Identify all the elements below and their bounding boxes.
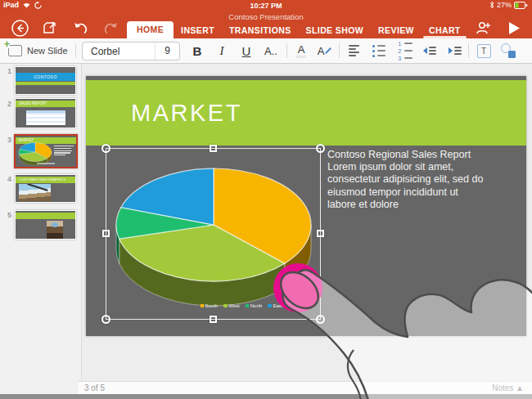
thumbnail-slide-2[interactable]: SALES REPORT — [15, 98, 76, 128]
character-formatting-button[interactable]: A.. — [260, 38, 282, 63]
save-share-icon[interactable] — [40, 18, 60, 38]
slide-number: 2 — [2, 100, 11, 108]
bottom-strip — [0, 394, 532, 399]
status-bar: iPad 10:27 PM 27% — [0, 0, 532, 11]
formatting-toolbar: New Slide Corbel 9 B I U A.. A A 1 2 3 — [0, 38, 532, 64]
indent-button[interactable] — [444, 38, 466, 63]
slide-number: 4 — [2, 175, 11, 183]
text-effects-button[interactable]: A — [314, 38, 336, 63]
battery-percent: 27% — [497, 1, 512, 9]
ribbon: Contoso Presentation — [0, 11, 532, 38]
resize-handle-left[interactable] — [102, 230, 110, 237]
align-button[interactable] — [344, 38, 363, 63]
battery-icon — [514, 2, 528, 9]
font-name-value[interactable]: Corbel — [83, 46, 155, 57]
tab-slide-show[interactable]: SLIDE SHOW — [299, 22, 372, 38]
slide-number: 5 — [2, 211, 11, 219]
slide-thumbnail-panel: 1 CONTOSO 2 SALES REPORT 3 MARKET 4 CUST… — [0, 64, 82, 394]
tab-home[interactable]: HOME — [127, 21, 174, 38]
thumbnail-photo-person — [47, 221, 63, 239]
shapes-button[interactable] — [498, 38, 519, 63]
bold-button[interactable]: B — [187, 38, 208, 63]
thumbnail-photo-airplane — [19, 184, 51, 201]
pen-icon — [324, 47, 332, 55]
notes-toggle[interactable]: Notes ▲ — [492, 383, 524, 392]
textbox-button[interactable]: T — [473, 38, 494, 63]
outdent-button[interactable] — [419, 38, 440, 63]
back-button[interactable] — [10, 18, 29, 38]
new-slide-icon — [8, 45, 22, 56]
chart-selection-frame[interactable] — [106, 148, 321, 320]
resize-handle-bottom[interactable] — [210, 316, 217, 323]
redo-button[interactable] — [101, 18, 120, 38]
shapes-icon — [501, 43, 516, 58]
share-people-button[interactable] — [473, 18, 493, 38]
resize-handle-right[interactable] — [317, 230, 324, 237]
footer-bar: 3 of 5 Notes ▲ — [78, 381, 532, 394]
numbering-button[interactable]: 1 2 3 — [394, 38, 416, 63]
font-color-button[interactable]: A — [291, 38, 311, 63]
page-indicator: 3 of 5 — [84, 383, 105, 392]
resize-handle-top-right[interactable] — [316, 144, 325, 153]
resize-handle-top-left[interactable] — [101, 144, 110, 153]
bluetooth-icon — [489, 1, 494, 9]
undo-button[interactable] — [70, 18, 90, 38]
resize-handle-bottom-right[interactable] — [316, 315, 325, 324]
slide-number: 1 — [2, 67, 11, 75]
ribbon-tabs: HOME INSERT TRANSITIONS SLIDE SHOW REVIE… — [127, 21, 468, 38]
thumbnail-slide-1[interactable]: CONTOSO — [15, 66, 76, 95]
bullets-button[interactable] — [368, 38, 390, 63]
slide-canvas: MARKET Contoso Regional Sales Report Lor… — [82, 64, 532, 381]
thumbnail-slide-5[interactable] — [15, 210, 76, 240]
clock: 10:27 PM — [0, 2, 532, 10]
resize-handle-bottom-left[interactable] — [101, 315, 110, 324]
resize-handle-top[interactable] — [210, 145, 217, 152]
tab-chart[interactable]: CHART — [422, 22, 468, 38]
present-button[interactable] — [504, 18, 524, 38]
thumbnail-legend — [37, 163, 55, 164]
tab-transitions[interactable]: TRANSITIONS — [222, 22, 299, 38]
thumbnail-slide-4[interactable]: CUSTOMER DEMOGRAPHICS — [15, 174, 76, 203]
slide-editing-area[interactable]: MARKET Contoso Regional Sales Report Lor… — [86, 76, 526, 336]
slide-number: 3 — [2, 136, 11, 144]
thumbnail-slide-3-selected[interactable]: MARKET — [14, 134, 78, 168]
font-size-value[interactable]: 9 — [155, 43, 179, 60]
thumbnail-text-block — [54, 146, 74, 155]
new-slide-button[interactable]: New Slide — [8, 38, 68, 63]
tab-review[interactable]: REVIEW — [371, 22, 422, 38]
thumbnail-table — [26, 110, 65, 125]
font-control[interactable]: Corbel 9 — [82, 42, 180, 61]
underline-button[interactable]: U — [236, 38, 257, 63]
tab-insert[interactable]: INSERT — [174, 22, 222, 38]
italic-button[interactable]: I — [211, 38, 232, 63]
